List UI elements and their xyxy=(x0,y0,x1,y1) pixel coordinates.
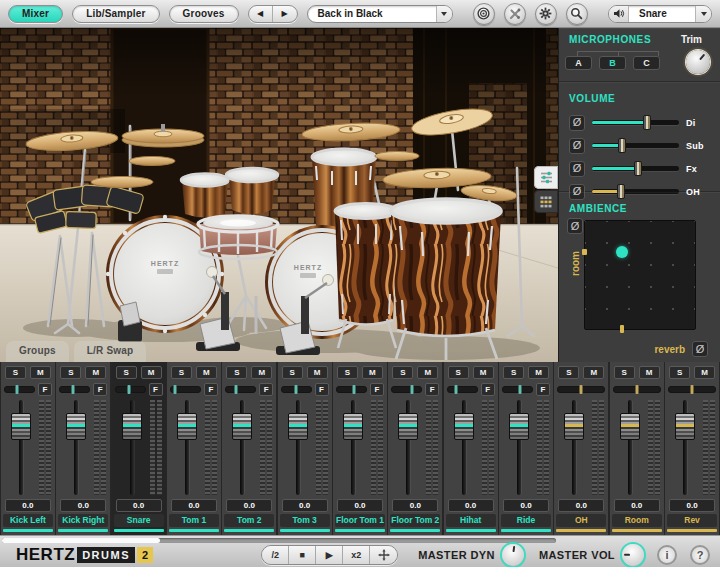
volume-fader[interactable] xyxy=(11,413,31,440)
mute-button[interactable]: M xyxy=(307,366,328,379)
help-button[interactable]: ? xyxy=(690,545,710,565)
ambience-xy-pad[interactable] xyxy=(584,220,696,330)
mic-button-b[interactable]: B xyxy=(599,56,626,70)
drumsticks-icon[interactable] xyxy=(504,3,526,25)
fx-button[interactable]: F xyxy=(536,383,550,396)
pan-slider[interactable] xyxy=(225,386,256,393)
channel-name[interactable]: Floor Tom 2 xyxy=(390,514,440,527)
mute-button[interactable]: M xyxy=(251,366,272,379)
room-phase-button[interactable]: Ø xyxy=(567,218,583,234)
fx-button[interactable]: F xyxy=(370,383,384,396)
drum-kit-stage[interactable]: HERTZ HERTZ xyxy=(0,28,558,362)
solo-button[interactable]: S xyxy=(60,366,81,379)
play-button[interactable]: ▶ xyxy=(316,546,343,564)
solo-button[interactable]: S xyxy=(614,366,635,379)
search-icon[interactable] xyxy=(566,3,588,25)
mixer-channel-floor-tom-1[interactable]: SMF0.0Floor Tom 1 xyxy=(333,362,387,535)
solo-button[interactable]: S xyxy=(226,366,247,379)
volume-slider-fx[interactable] xyxy=(592,166,679,171)
reverb-phase-button[interactable]: Ø xyxy=(692,341,708,357)
fx-button[interactable]: F xyxy=(93,383,107,396)
volume-fader[interactable] xyxy=(454,413,474,440)
channel-name[interactable]: Floor Tom 1 xyxy=(335,514,385,527)
mixer-channel-tom-3[interactable]: SMF0.0Tom 3 xyxy=(278,362,332,535)
mixer-flyout-button[interactable] xyxy=(534,166,558,189)
mixer-channel-ride[interactable]: SMF0.0Ride xyxy=(499,362,553,535)
channel-name[interactable]: Room xyxy=(612,514,662,527)
info-button[interactable]: i xyxy=(657,545,677,565)
fx-button[interactable]: F xyxy=(38,383,52,396)
mixer-channel-rev[interactable]: SM0.0Rev xyxy=(665,362,719,535)
solo-button[interactable]: S xyxy=(282,366,303,379)
mute-button[interactable]: M xyxy=(141,366,162,379)
groups-tab[interactable]: Groups xyxy=(6,341,69,362)
mute-button[interactable]: M xyxy=(196,366,217,379)
pan-slider[interactable] xyxy=(336,386,367,393)
master-vol-knob[interactable] xyxy=(622,544,644,566)
volume-fader[interactable] xyxy=(620,413,640,440)
lr-swap-tab[interactable]: L/R Swap xyxy=(74,341,147,362)
phase-button-di[interactable]: Ø xyxy=(569,115,585,131)
mixer-channel-tom-2[interactable]: SMF0.0Tom 2 xyxy=(222,362,276,535)
prev-song-button[interactable]: ◀ xyxy=(249,6,273,22)
mixer-channel-room[interactable]: SM0.0Room xyxy=(610,362,664,535)
channel-name[interactable]: Tom 2 xyxy=(224,514,274,527)
stop-button[interactable]: ■ xyxy=(289,546,316,564)
volume-fader[interactable] xyxy=(122,413,142,440)
volume-fader[interactable] xyxy=(675,413,695,440)
volume-fader[interactable] xyxy=(564,413,584,440)
mute-button[interactable]: M xyxy=(583,366,604,379)
mixer-channel-kick-right[interactable]: SMF0.0Kick Right xyxy=(56,362,110,535)
volume-fader[interactable] xyxy=(232,413,252,440)
pan-slider[interactable] xyxy=(4,386,35,393)
fx-button[interactable]: F xyxy=(259,383,273,396)
phase-button-fx[interactable]: Ø xyxy=(569,161,585,177)
mute-button[interactable]: M xyxy=(694,366,715,379)
mixer-channel-hihat[interactable]: SMF0.0Hihat xyxy=(444,362,498,535)
channel-name[interactable]: Kick Left xyxy=(3,514,53,527)
volume-fader[interactable] xyxy=(343,413,363,440)
mute-button[interactable]: M xyxy=(473,366,494,379)
channel-name[interactable]: Snare xyxy=(114,514,164,527)
gear-icon[interactable] xyxy=(535,3,557,25)
channel-name[interactable]: Tom 1 xyxy=(169,514,219,527)
lib-sampler-tab-button[interactable]: Lib/Sampler xyxy=(72,5,159,23)
mixer-channel-floor-tom-2[interactable]: SMF0.0Floor Tom 2 xyxy=(388,362,442,535)
volume-fader[interactable] xyxy=(509,413,529,440)
volume-slider-sub[interactable] xyxy=(592,143,679,148)
volume-fader[interactable] xyxy=(66,413,86,440)
mic-button-c[interactable]: C xyxy=(633,56,660,70)
pan-slider[interactable] xyxy=(502,386,533,393)
channel-name[interactable]: Hihat xyxy=(446,514,496,527)
mixer-channel-oh[interactable]: SM0.0OH xyxy=(554,362,608,535)
trim-knob[interactable] xyxy=(686,50,710,74)
solo-button[interactable]: S xyxy=(558,366,579,379)
fx-button[interactable]: F xyxy=(204,383,218,396)
pads-flyout-button[interactable] xyxy=(534,190,558,213)
song-select-arrow-icon[interactable] xyxy=(436,6,452,22)
solo-button[interactable]: S xyxy=(448,366,469,379)
pan-slider[interactable] xyxy=(447,386,478,393)
mute-button[interactable]: M xyxy=(30,366,51,379)
instrument-select[interactable]: Snare xyxy=(608,5,712,23)
pan-slider[interactable] xyxy=(281,386,312,393)
speaker-icon[interactable] xyxy=(609,6,629,22)
grooves-tab-button[interactable]: Grooves xyxy=(169,5,239,23)
mute-button[interactable]: M xyxy=(362,366,383,379)
next-song-button[interactable]: ▶ xyxy=(273,6,297,22)
mute-button[interactable]: M xyxy=(417,366,438,379)
mute-button[interactable]: M xyxy=(85,366,106,379)
pan-slider[interactable] xyxy=(557,386,605,393)
solo-button[interactable]: S xyxy=(337,366,358,379)
room-level-marker[interactable] xyxy=(582,249,587,255)
fx-button[interactable]: F xyxy=(315,383,329,396)
fx-button[interactable]: F xyxy=(425,383,439,396)
solo-button[interactable]: S xyxy=(503,366,524,379)
phase-button-sub[interactable]: Ø xyxy=(569,138,585,154)
drag-midi-icon[interactable] xyxy=(370,546,397,564)
volume-slider-di[interactable] xyxy=(592,120,679,125)
fx-button[interactable]: F xyxy=(481,383,495,396)
mixer-channel-kick-left[interactable]: SMF0.0Kick Left xyxy=(1,362,55,535)
mixer-tab-button[interactable]: Mixer xyxy=(8,5,63,23)
volume-fader[interactable] xyxy=(177,413,197,440)
